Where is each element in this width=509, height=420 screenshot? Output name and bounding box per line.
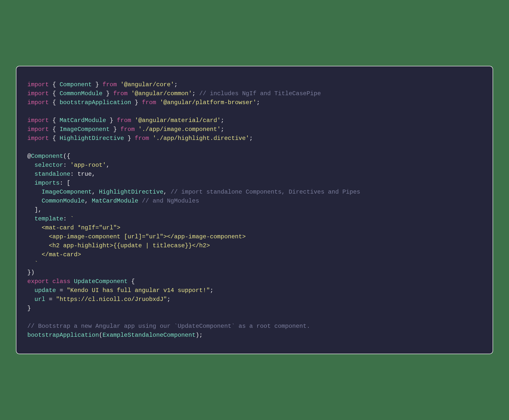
code-panel: import { Component } from '@angular/core…	[16, 66, 493, 354]
code-block: import { Component } from '@angular/core…	[27, 80, 482, 340]
